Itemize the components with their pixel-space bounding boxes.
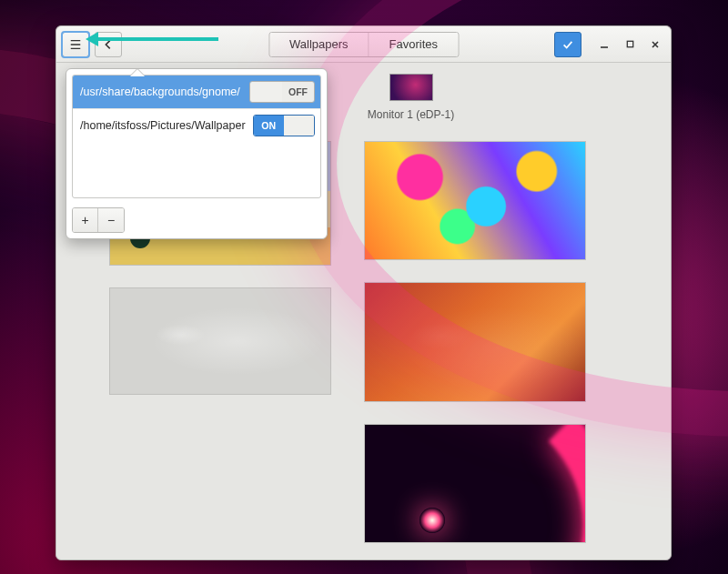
monitor-1[interactable]: Monitor 1 (eDP-1): [368, 70, 454, 121]
check-icon: [561, 38, 574, 51]
toggle-label: OFF: [282, 82, 314, 102]
apply-button[interactable]: [554, 32, 581, 57]
maximize-icon: [625, 39, 635, 49]
remove-folder-button[interactable]: −: [98, 208, 124, 232]
close-icon: [650, 39, 661, 50]
folder-toggle[interactable]: OFF: [249, 81, 315, 103]
folder-path-text: /usr/share/backgrounds/gnome/: [80, 86, 240, 98]
window-close-button[interactable]: [649, 38, 662, 51]
window-minimize-button[interactable]: [598, 38, 611, 51]
view-switcher: Wallpapers Favorites: [268, 32, 459, 57]
tab-favorites[interactable]: Favorites: [369, 33, 458, 56]
folder-list-actions: + −: [72, 207, 125, 233]
folders-popover: /usr/share/backgrounds/gnome/ OFF /home/…: [66, 68, 328, 239]
wallpaper-thumb[interactable]: [364, 141, 586, 260]
wallpaper-app-window: Wallpapers Favorites: [56, 25, 672, 560]
toggle-label: ON: [254, 116, 284, 136]
wallpaper-thumb[interactable]: [109, 287, 331, 395]
annotation-arrow: [91, 37, 218, 41]
folder-path-list[interactable]: /usr/share/backgrounds/gnome/ OFF /home/…: [72, 75, 321, 198]
folder-path-row[interactable]: /home/itsfoss/Pictures/Wallpaper ON: [73, 109, 320, 142]
back-button[interactable]: [95, 32, 122, 57]
monitor-1-label: Monitor 1 (eDP-1): [368, 108, 454, 121]
svg-rect-0: [627, 41, 632, 46]
tab-wallpapers[interactable]: Wallpapers: [269, 33, 369, 56]
folder-path-row[interactable]: /usr/share/backgrounds/gnome/ OFF: [73, 76, 320, 109]
minimize-icon: [599, 39, 610, 50]
folder-path-text: /home/itsfoss/Pictures/Wallpaper: [80, 119, 246, 132]
wallpaper-thumb[interactable]: [364, 282, 586, 401]
titlebar: Wallpapers Favorites: [56, 26, 671, 63]
add-folder-button[interactable]: +: [73, 208, 98, 232]
folder-toggle[interactable]: ON: [253, 115, 315, 136]
wallpaper-thumb[interactable]: [364, 424, 586, 543]
desktop-background: Wallpapers Favorites: [0, 0, 728, 574]
window-maximize-button[interactable]: [623, 38, 636, 51]
